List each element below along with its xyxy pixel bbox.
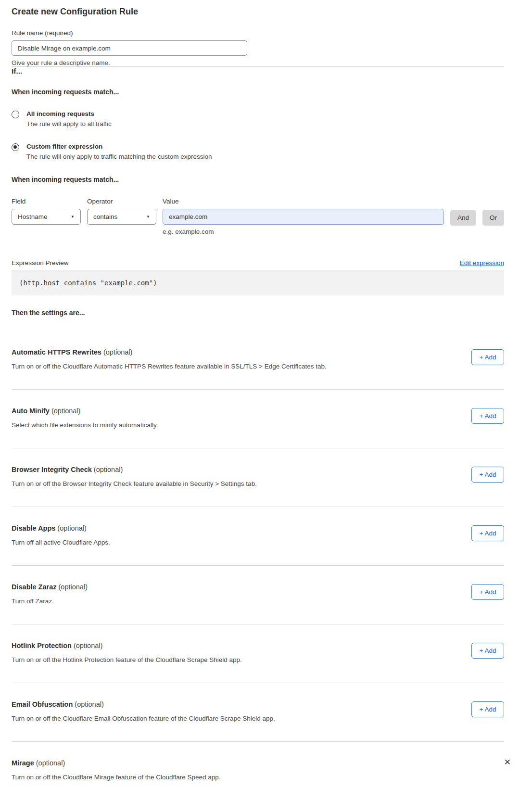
radio-label: Custom filter expression <box>26 143 212 150</box>
radio-description: The rule will only apply to traffic matc… <box>26 153 212 160</box>
expression-preview-header: Expression Preview Edit expression <box>12 259 504 267</box>
add-button[interactable]: + Add <box>471 701 504 717</box>
add-button[interactable]: + Add <box>471 349 504 365</box>
setting-row-disable-apps: Disable Apps (optional) Turn off all act… <box>12 507 504 565</box>
setting-row-email-obfuscation: Email Obfuscation (optional) Turn on or … <box>12 683 504 741</box>
incoming-requests-match-heading: When incoming requests match... <box>12 88 504 96</box>
rule-name-helper: Give your rule a descriptive name. <box>12 59 504 66</box>
setting-description: Turn on or off the Cloudflare Automatic … <box>12 363 327 370</box>
edit-expression-link[interactable]: Edit expression <box>460 259 504 267</box>
rule-name-input[interactable] <box>12 40 247 56</box>
optional-label: (optional) <box>57 524 86 532</box>
expression-preview-code: (http.host contains "example.com") <box>12 270 504 295</box>
add-button[interactable]: + Add <box>471 584 504 600</box>
add-button[interactable]: + Add <box>471 467 504 483</box>
chevron-down-icon: ▼ <box>71 215 75 219</box>
radio-label: All incoming requests <box>26 110 112 117</box>
setting-row-hotlink-protection: Hotlink Protection (optional) Turn on or… <box>12 624 504 683</box>
page-title: Create new Configuration Rule <box>12 7 504 17</box>
setting-title: Disable Zaraz <box>12 583 57 591</box>
setting-title: Email Obfuscation <box>12 700 73 708</box>
setting-row-auto-minify: Auto Minify (optional) Select which file… <box>12 390 504 448</box>
setting-row-browser-integrity-check: Browser Integrity Check (optional) Turn … <box>12 448 504 507</box>
field-select-value: Hostname <box>18 213 48 220</box>
setting-description: Turn off Zaraz. <box>12 597 88 605</box>
and-button[interactable]: And <box>450 210 476 226</box>
setting-title: Hotlink Protection <box>12 642 72 649</box>
optional-label: (optional) <box>75 700 103 708</box>
chevron-down-icon: ▼ <box>146 215 150 219</box>
setting-title: Automatic HTTPS Rewrites <box>12 348 101 356</box>
setting-title: Mirage <box>12 759 34 767</box>
or-button[interactable]: Or <box>482 210 504 226</box>
setting-row-disable-zaraz: Disable Zaraz (optional) Turn off Zaraz.… <box>12 566 504 624</box>
filter-builder-heading: When incoming requests match... <box>12 176 504 183</box>
setting-title: Disable Apps <box>12 524 55 532</box>
add-button[interactable]: + Add <box>471 643 504 659</box>
add-button[interactable]: + Add <box>471 525 504 541</box>
radio-custom-filter-expression[interactable]: Custom filter expression The rule will o… <box>12 143 504 160</box>
setting-description: Turn on or off the Cloudflare Email Obfu… <box>12 715 275 722</box>
setting-description: Turn on or off the Browser Integrity Che… <box>12 480 257 487</box>
optional-label: (optional) <box>94 466 123 473</box>
operator-label: Operator <box>87 198 156 205</box>
setting-row-automatic-https-rewrites: Automatic HTTPS Rewrites (optional) Turn… <box>12 331 504 389</box>
add-button[interactable]: + Add <box>471 408 504 424</box>
value-input[interactable] <box>163 209 444 225</box>
settings-heading: Then the settings are... <box>12 309 504 317</box>
value-helper: e.g. example.com <box>163 228 444 235</box>
radio-unchecked-icon[interactable] <box>12 111 19 118</box>
radio-description: The rule will apply to all traffic <box>26 120 112 127</box>
field-select[interactable]: Hostname ▼ <box>12 209 81 225</box>
optional-label: (optional) <box>36 759 65 767</box>
optional-label: (optional) <box>74 642 102 649</box>
if-heading: If... <box>12 67 504 76</box>
radio-all-incoming-requests[interactable]: All incoming requests The rule will appl… <box>12 110 504 127</box>
setting-row-mirage: Mirage (optional) Turn on or off the Clo… <box>12 742 504 788</box>
field-label: Field <box>12 198 81 205</box>
optional-label: (optional) <box>59 583 88 591</box>
setting-description: Turn on or off the Hotlink Protection fe… <box>12 656 242 663</box>
create-configuration-rule-form: Create new Configuration Rule Rule name … <box>0 0 532 788</box>
operator-select-value: contains <box>93 213 117 220</box>
value-label: Value <box>163 198 444 205</box>
radio-checked-icon[interactable] <box>12 143 19 151</box>
setting-description: Turn off all active Cloudflare Apps. <box>12 539 110 546</box>
setting-description: Select which file extensions to minify a… <box>12 421 158 429</box>
optional-label: (optional) <box>51 407 80 415</box>
setting-title: Auto Minify <box>12 407 50 415</box>
close-icon[interactable]: ✕ <box>504 758 511 766</box>
operator-select[interactable]: contains ▼ <box>87 209 156 225</box>
setting-description: Turn on or off the Cloudflare Mirage fea… <box>12 774 221 781</box>
filter-expression-row: Field Hostname ▼ Operator contains ▼ Val… <box>12 198 504 235</box>
rule-name-label: Rule name (required) <box>12 29 504 37</box>
optional-label: (optional) <box>103 348 132 356</box>
setting-title: Browser Integrity Check <box>12 466 92 473</box>
expression-preview-label: Expression Preview <box>12 259 69 267</box>
